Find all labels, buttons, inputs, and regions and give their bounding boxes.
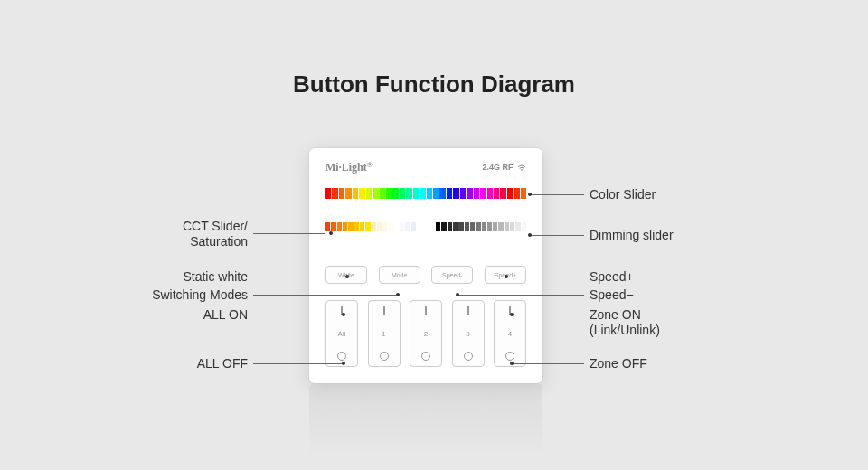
slider-segment — [447, 188, 452, 199]
slider-segment — [386, 188, 392, 199]
leader-line — [530, 194, 584, 195]
slider-segment — [436, 222, 440, 231]
slider-segment — [392, 188, 398, 199]
cct-slider[interactable] — [326, 222, 416, 231]
leader-line — [253, 363, 342, 364]
leader-dot — [510, 313, 514, 316]
slider-segment — [400, 188, 405, 199]
zone-off-icon — [464, 352, 473, 361]
mode-button[interactable]: Mode — [379, 266, 420, 284]
slider-segment — [480, 188, 486, 199]
zone-off-icon — [337, 352, 346, 361]
zone-label: 4 — [508, 330, 512, 338]
leader-line — [253, 295, 396, 296]
slider-segment — [353, 188, 358, 199]
leader-dot — [345, 275, 349, 278]
leader-dot — [329, 231, 333, 235]
slider-segment — [382, 222, 387, 231]
page-title: Button Function Diagram — [293, 70, 575, 99]
leader-line — [506, 277, 584, 277]
zone-off-icon — [421, 352, 430, 361]
slider-segment — [500, 188, 505, 199]
rf-badge: 2.4G RF — [482, 163, 526, 173]
leader-line — [512, 363, 584, 364]
slider-segment — [413, 188, 419, 199]
slider-segment — [441, 222, 446, 231]
slider-segment — [470, 222, 475, 231]
slider-segment — [458, 222, 463, 231]
slider-segment — [326, 222, 330, 231]
slider-segment — [377, 222, 382, 231]
slider-segment — [487, 222, 492, 231]
slider-segment — [476, 222, 480, 231]
label-switching-modes: Switching Modes — [152, 287, 248, 302]
leader-line — [253, 233, 326, 234]
label-color-slider: Color Slider — [590, 187, 656, 202]
slider-segment — [448, 222, 452, 231]
zone-button-4[interactable]: 4 — [494, 300, 526, 367]
slider-segment — [433, 188, 439, 199]
slider-segment — [388, 222, 392, 231]
slider-segment — [380, 188, 385, 199]
slider-segment — [354, 222, 359, 231]
leader-line — [458, 295, 584, 296]
slider-segment — [460, 188, 466, 199]
mode-button-row: White Mode Speed- Speed+ — [326, 266, 526, 284]
slider-segment — [467, 188, 472, 199]
zone-on-icon — [467, 306, 469, 315]
label-speed-minus: Speed− — [590, 287, 634, 302]
slider-segment — [487, 188, 493, 199]
speed-minus-button[interactable]: Speed- — [431, 266, 473, 284]
slider-segment — [439, 188, 445, 199]
leader-line — [530, 235, 584, 236]
slider-segment — [400, 222, 404, 231]
slider-segment — [373, 188, 378, 199]
slider-segment — [405, 222, 410, 231]
slider-segment — [359, 188, 364, 199]
slider-segment — [360, 222, 364, 231]
leader-dot — [528, 233, 532, 237]
slider-segment — [372, 222, 376, 231]
slider-segment — [482, 222, 486, 231]
leader-line — [253, 315, 342, 315]
zone-button-3[interactable]: 3 — [452, 300, 485, 367]
zone-label: All — [338, 330, 346, 338]
label-dimming-slider: Dimming slider — [590, 228, 674, 242]
slider-segment — [505, 222, 509, 231]
label-all-off: ALL OFF — [197, 356, 248, 371]
leader-dot — [396, 293, 400, 296]
leader-dot — [342, 313, 345, 316]
slider-segment — [406, 188, 411, 199]
leader-dot — [505, 275, 508, 278]
slider-segment — [514, 188, 519, 199]
slider-segment — [345, 188, 351, 199]
slider-segment — [331, 222, 335, 231]
color-slider[interactable] — [326, 188, 526, 199]
zone-button-row: All1234 — [326, 300, 526, 367]
slider-segment — [339, 188, 344, 199]
leader-dot — [510, 362, 514, 365]
zone-on-icon — [383, 306, 385, 315]
slider-segment — [427, 188, 432, 199]
slider-segment — [420, 188, 425, 199]
zone-label: 1 — [382, 330, 385, 338]
slider-segment — [394, 222, 399, 231]
slider-segment — [521, 188, 526, 199]
slider-segment — [366, 188, 372, 199]
slider-segment — [493, 222, 497, 231]
slider-segment — [494, 188, 499, 199]
leader-line — [253, 277, 344, 277]
zone-button-2[interactable]: 2 — [410, 300, 442, 367]
label-speed-plus: Speed+ — [590, 269, 634, 284]
slider-segment — [326, 188, 331, 199]
zone-label: 3 — [466, 330, 469, 338]
dimming-slider[interactable] — [436, 222, 526, 231]
slider-segment — [411, 222, 416, 231]
wifi-icon — [517, 164, 526, 173]
label-static-white: Static white — [183, 269, 248, 284]
slider-segment — [498, 222, 503, 231]
control-panel: Mi·Light® 2.4G RF White Mode Speed- Spee… — [309, 148, 542, 383]
slider-segment — [332, 188, 337, 199]
zone-button-1[interactable]: 1 — [368, 300, 401, 367]
zone-button-all[interactable]: All — [326, 300, 358, 367]
